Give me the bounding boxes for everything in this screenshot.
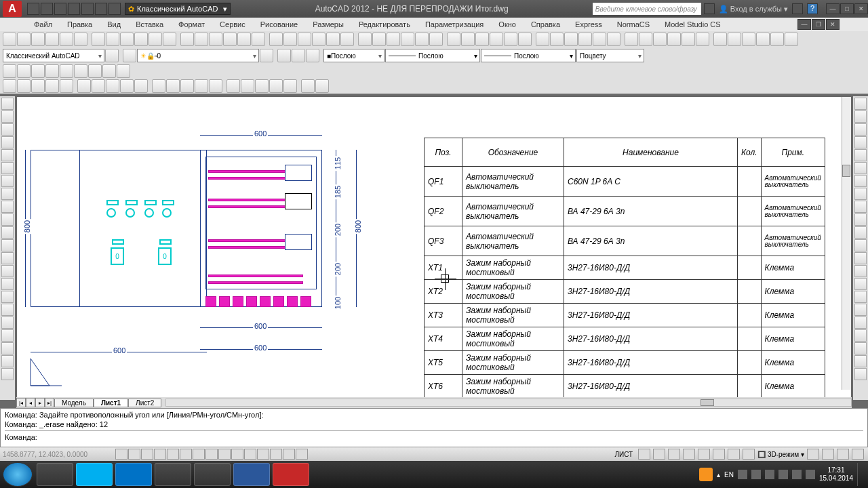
toolbar-button[interactable] bbox=[625, 33, 638, 46]
status-button[interactable] bbox=[638, 449, 650, 460]
qat-redo-icon[interactable] bbox=[108, 3, 121, 15]
draw-tool-button[interactable] bbox=[1, 175, 14, 187]
menu-normacs[interactable]: NormaCS bbox=[610, 20, 656, 28]
toolbar-button[interactable] bbox=[106, 79, 119, 93]
modify-tool-button[interactable] bbox=[854, 188, 867, 200]
toolbar-button[interactable] bbox=[387, 33, 400, 46]
status-button[interactable] bbox=[698, 449, 710, 460]
close-button[interactable]: ✕ bbox=[854, 3, 868, 14]
toolbar-button[interactable] bbox=[415, 33, 429, 46]
toolbar-button[interactable] bbox=[785, 33, 798, 46]
menu-format[interactable]: Формат bbox=[172, 20, 212, 28]
signin-button[interactable]: Вход в службы bbox=[730, 5, 782, 13]
tray-icon[interactable] bbox=[765, 470, 774, 479]
status-button[interactable] bbox=[668, 449, 680, 460]
modify-tool-button[interactable] bbox=[854, 98, 867, 110]
draw-tool-button[interactable] bbox=[1, 304, 14, 316]
menu-tools[interactable]: Сервис bbox=[213, 20, 252, 28]
modify-tool-button[interactable] bbox=[854, 136, 867, 148]
language-indicator[interactable]: EN bbox=[724, 471, 734, 479]
toolbar-button[interactable] bbox=[106, 33, 119, 46]
draw-tool-button[interactable] bbox=[1, 201, 14, 213]
modify-tool-button[interactable] bbox=[854, 149, 867, 161]
status-toggle[interactable] bbox=[180, 449, 192, 460]
toolbar-button[interactable] bbox=[120, 79, 134, 93]
menu-help[interactable]: Справка bbox=[524, 20, 567, 28]
status-toggle[interactable] bbox=[205, 449, 218, 460]
plotstyle-dropdown[interactable]: Поцвету bbox=[576, 49, 644, 62]
modify-tool-button[interactable] bbox=[854, 304, 867, 316]
draw-tool-button[interactable] bbox=[1, 136, 14, 148]
modify-tool-button[interactable] bbox=[854, 201, 867, 213]
minimize-button[interactable]: — bbox=[826, 3, 840, 14]
toolbar-button[interactable] bbox=[3, 79, 16, 93]
space-indicator[interactable]: ЛИСТ bbox=[612, 451, 635, 458]
toolbar-button[interactable] bbox=[315, 79, 329, 93]
modify-tool-button[interactable] bbox=[854, 265, 867, 277]
tray-volume-icon[interactable] bbox=[806, 470, 815, 479]
toolbar-button[interactable] bbox=[358, 33, 372, 46]
status-button[interactable] bbox=[822, 449, 834, 460]
status-button[interactable] bbox=[743, 449, 755, 460]
taskbar-paint[interactable] bbox=[194, 463, 231, 486]
exchange-icon[interactable] bbox=[792, 3, 803, 14]
draw-tool-button[interactable] bbox=[1, 265, 14, 277]
modify-tool-button[interactable] bbox=[854, 291, 867, 303]
toolbar-button[interactable] bbox=[74, 64, 87, 78]
toolbar-button[interactable] bbox=[269, 79, 283, 93]
tab-scrollbar[interactable] bbox=[165, 399, 852, 407]
toolbar-button[interactable] bbox=[682, 33, 695, 46]
draw-tool-button[interactable] bbox=[1, 317, 14, 329]
toolbar-button[interactable] bbox=[166, 79, 180, 93]
color-dropdown[interactable]: ■ Послою bbox=[323, 49, 384, 62]
draw-tool-button[interactable] bbox=[1, 239, 14, 251]
drawing-canvas[interactable]: 800 600 00 for(let i=0;i<8;i++)document.… bbox=[16, 96, 852, 400]
modify-tool-button[interactable] bbox=[854, 175, 867, 187]
draw-tool-button[interactable] bbox=[1, 368, 14, 380]
status-button[interactable] bbox=[837, 449, 849, 460]
qat-save-icon[interactable] bbox=[54, 3, 66, 15]
toolbar-button[interactable] bbox=[3, 64, 16, 78]
draw-tool-button[interactable] bbox=[1, 329, 14, 342]
tray-notification-icon[interactable] bbox=[699, 468, 713, 481]
toolbar-button[interactable] bbox=[17, 64, 31, 78]
linetype-dropdown[interactable]: Послою bbox=[385, 49, 480, 62]
workspace-selector[interactable]: ✿Классический AutoCAD bbox=[125, 3, 231, 15]
toolbar-button[interactable] bbox=[3, 33, 16, 46]
toolbar-button[interactable] bbox=[209, 79, 222, 93]
status-button[interactable] bbox=[728, 449, 740, 460]
menu-draw[interactable]: Рисование bbox=[254, 20, 304, 28]
taskbar-word[interactable] bbox=[233, 463, 270, 486]
modify-tool-button[interactable] bbox=[854, 214, 867, 226]
draw-tool-button[interactable] bbox=[1, 162, 14, 174]
layer-dropdown[interactable]: ☀🔒▫ 0 bbox=[137, 49, 259, 62]
menu-file[interactable]: Файл bbox=[27, 20, 59, 28]
clock[interactable]: 17:3115.04.2014 bbox=[819, 466, 853, 483]
toolbar-button[interactable] bbox=[593, 33, 606, 46]
tray-icon[interactable] bbox=[751, 470, 761, 479]
modify-tool-button[interactable] bbox=[854, 226, 867, 239]
taskbar-outlook[interactable] bbox=[115, 463, 152, 486]
toolbar-button[interactable] bbox=[92, 79, 105, 93]
qat-saveas-icon[interactable] bbox=[68, 3, 80, 15]
toolbar-button[interactable] bbox=[195, 79, 208, 93]
toolbar-button[interactable] bbox=[504, 33, 517, 46]
draw-tool-button[interactable] bbox=[1, 226, 14, 239]
toolbar-button[interactable] bbox=[255, 79, 269, 93]
qat-open-icon[interactable] bbox=[41, 3, 53, 15]
toolbar-button[interactable] bbox=[17, 33, 31, 46]
doc-restore-button[interactable]: ❐ bbox=[812, 19, 825, 30]
toolbar-button[interactable] bbox=[312, 33, 326, 46]
tab-nav-next[interactable]: ▸ bbox=[35, 398, 45, 407]
toolbar-button[interactable] bbox=[134, 33, 148, 46]
toolbar-button[interactable] bbox=[490, 33, 503, 46]
toolbar-button[interactable] bbox=[152, 79, 165, 93]
taskbar-skype[interactable] bbox=[76, 463, 113, 486]
menu-window[interactable]: Окно bbox=[492, 20, 523, 28]
toolbar-button[interactable] bbox=[728, 33, 741, 46]
toolbar-button[interactable] bbox=[269, 33, 283, 46]
toolbar-button[interactable] bbox=[237, 33, 251, 46]
tray-icon[interactable] bbox=[778, 470, 788, 479]
modify-tool-button[interactable] bbox=[854, 317, 867, 329]
toolbar-button[interactable] bbox=[31, 33, 45, 46]
